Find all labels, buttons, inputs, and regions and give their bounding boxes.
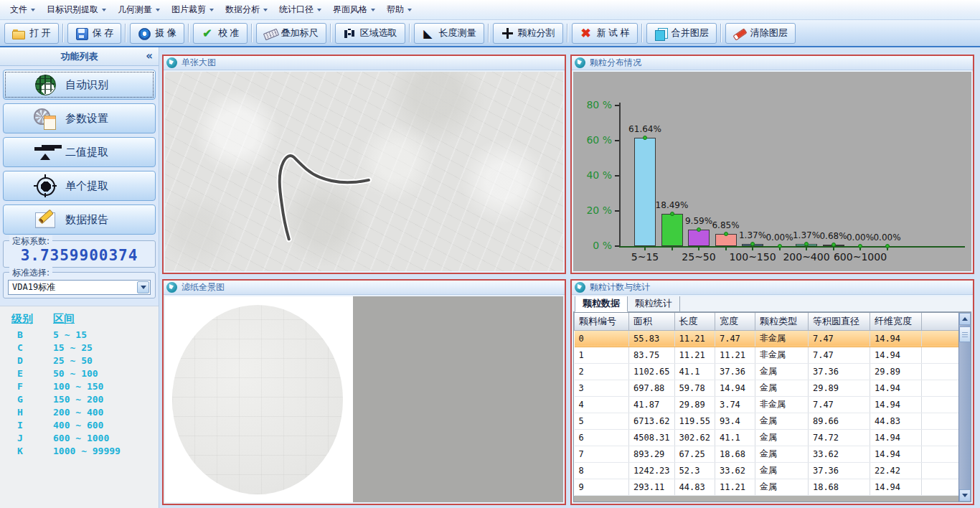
- table-cell: 1: [575, 347, 629, 363]
- table-cell: 67.25: [674, 446, 715, 462]
- new-sample-x-button[interactable]: ✖新 试 样: [572, 23, 638, 44]
- particle-split-button[interactable]: 颗粒分割: [493, 23, 563, 44]
- table-cell: 4508.31: [629, 429, 675, 446]
- region-select-button[interactable]: 区域选取: [335, 23, 405, 44]
- sidebar-button-auto-recognize[interactable]: 自动识别: [3, 70, 156, 100]
- menu-item-label: 数据分析: [225, 4, 260, 16]
- column-header: 纤维宽度: [870, 313, 921, 330]
- fiber-particle[interactable]: [165, 72, 563, 271]
- vertical-scrollbar[interactable]: [958, 313, 971, 502]
- sidebar-button-label: 参数设置: [65, 112, 108, 126]
- table-row[interactable]: 183.7511.2111.21非金属7.4714.94: [575, 347, 965, 363]
- grade-interval-panel: 级别 区间 B5 ~ 15C15 ~ 25D25 ~ 50E50 ~ 100F1…: [0, 306, 159, 508]
- menu-item-3[interactable]: 几何测量: [112, 1, 166, 19]
- sidebar-header: 功能列表 «: [0, 47, 159, 66]
- length-measure-button[interactable]: ◣长度测量: [414, 23, 484, 44]
- statistics-panel: 颗粒计数与统计 颗粒数据颗粒统计 颗料编号面积长度宽度颗粒类型等积圆直径纤维宽度…: [570, 279, 974, 505]
- table-row[interactable]: 56713.62119.5593.4金属89.6644.83: [575, 413, 965, 429]
- table-row[interactable]: 441.8729.893.74非金属7.4714.94: [575, 396, 965, 413]
- dropdown-arrow-icon: [31, 9, 35, 11]
- toolbar-button-label: 合并图层: [672, 27, 709, 39]
- merge-layers-button[interactable]: 合并图层: [646, 23, 717, 44]
- single-extract-icon: [34, 174, 57, 197]
- single-image-panel: 单张大图: [162, 55, 566, 274]
- table-cell: 7: [575, 446, 629, 462]
- table-row[interactable]: 64508.31302.6241.1金属74.7214.94: [575, 429, 965, 446]
- scrollbar-track[interactable]: [959, 325, 971, 489]
- table-cell: 14.94: [870, 330, 921, 347]
- open-folder-button[interactable]: 打 开: [4, 23, 59, 44]
- menu-item-5[interactable]: 数据分析: [220, 1, 273, 19]
- grade-row: D25 ~ 50: [11, 354, 159, 367]
- microscope-panel-icon: [575, 282, 585, 293]
- table-cell: 14.94: [870, 396, 921, 413]
- table-row[interactable]: 81242.2352.333.62金属37.3622.42: [575, 462, 965, 479]
- clear-layers-button[interactable]: 清除图层: [725, 23, 796, 44]
- menu-item-label: 几何测量: [118, 4, 152, 16]
- statistics-body: 颗粒数据颗粒统计 颗料编号面积长度宽度颗粒类型等积圆直径纤维宽度055.8311…: [573, 296, 971, 502]
- table-row[interactable]: 055.8311.217.47非金属7.4714.94: [575, 330, 965, 347]
- filter-panorama-panel: 滤纸全景图: [162, 279, 566, 505]
- table-cell: 非金属: [755, 396, 808, 413]
- grade-row: C15 ~ 25: [11, 342, 159, 354]
- single-image-canvas[interactable]: [165, 72, 563, 271]
- grade-interval: 50 ~ 100: [53, 367, 98, 380]
- sidebar-button-label: 数据报告: [65, 213, 108, 227]
- distribution-panel: 颗粒分布情况 0 %20 %40 %60 %80 %61.64%18.49%9.…: [570, 55, 974, 274]
- filter-panorama-canvas[interactable]: [165, 296, 563, 502]
- table-cell: 非金属: [755, 347, 808, 363]
- table-row[interactable]: 9293.1144.8311.21金属18.6814.94: [575, 479, 965, 495]
- x-tick-mark: [725, 248, 727, 250]
- table-cell: 6713.62: [629, 413, 675, 429]
- table-row[interactable]: 7893.2967.2518.68金属33.6214.94: [575, 446, 965, 462]
- tab-particle-stats[interactable]: 颗粒统计: [628, 296, 680, 311]
- menu-item-7[interactable]: 界面风格: [327, 1, 381, 19]
- table-row[interactable]: 3697.8859.7814.94金属29.8914.94: [575, 380, 965, 396]
- table-cell: 29.89: [674, 396, 715, 413]
- menu-item-4[interactable]: 图片裁剪: [166, 1, 220, 19]
- save-floppy-icon: [75, 27, 88, 39]
- dropdown-arrow-icon: [102, 9, 106, 11]
- menu-item-6[interactable]: 统计口径: [273, 1, 327, 19]
- tab-particle-data[interactable]: 颗粒数据: [575, 296, 628, 312]
- menu-item-8[interactable]: 帮助: [381, 1, 418, 19]
- table-cell: 金属: [755, 363, 808, 380]
- save-floppy-button[interactable]: 保 存: [67, 23, 122, 44]
- table-cell: 44.83: [674, 479, 715, 495]
- combobox-dropdown-icon[interactable]: [137, 281, 149, 293]
- table-row[interactable]: 21102.6541.137.36金属37.3629.89: [575, 363, 965, 380]
- toolbar-button-label: 叠加标尺: [281, 27, 319, 39]
- sidebar-button-single-extract[interactable]: 单个提取: [3, 171, 156, 201]
- bar-value-label: 0.00%: [847, 232, 874, 243]
- sidebar-button-data-report[interactable]: 数据报告: [3, 204, 156, 235]
- menu-item-label: 文件: [10, 4, 27, 16]
- scroll-down-icon[interactable]: [959, 489, 971, 502]
- statistics-tab-bar: 颗粒数据颗粒统计: [573, 296, 971, 312]
- scroll-up-icon[interactable]: [959, 313, 971, 325]
- table-cell: 18.68: [715, 446, 755, 462]
- menu-item-1[interactable]: 文件: [4, 1, 41, 19]
- sidebar-button-binary-extract[interactable]: 二值提取: [3, 137, 156, 167]
- table-cell: 74.72: [808, 429, 870, 446]
- toolbar-button-label: 打 开: [29, 27, 51, 39]
- calibrate-check-button[interactable]: ✔校 准: [193, 23, 248, 44]
- camera-button[interactable]: 摄 像: [130, 23, 184, 44]
- standard-combobox-value: VDA19标准: [9, 281, 137, 293]
- chart-bar: [634, 138, 656, 246]
- data-report-icon: [34, 208, 57, 231]
- grade-interval: 200 ~ 400: [53, 406, 103, 419]
- y-tick-label: 80 %: [582, 99, 612, 110]
- menu-item-2[interactable]: 目标识别提取: [41, 1, 112, 19]
- table-cell: 7.47: [715, 330, 755, 347]
- collapse-sidebar-icon[interactable]: «: [146, 50, 153, 62]
- grade-interval: 400 ~ 600: [53, 419, 103, 432]
- sidebar-button-param-settings[interactable]: 参数设置: [3, 103, 156, 133]
- ruler-overlay-button[interactable]: 叠加标尺: [256, 23, 326, 44]
- standard-combobox[interactable]: VDA19标准: [8, 280, 151, 295]
- table-cell: 0: [575, 330, 629, 347]
- toolbar-button-label: 清除图层: [750, 27, 788, 39]
- table-cell: 14.94: [870, 429, 921, 446]
- scrollbar-thumb[interactable]: [959, 326, 971, 342]
- table-cell: 29.89: [870, 363, 921, 380]
- table-cell: 2: [575, 363, 629, 380]
